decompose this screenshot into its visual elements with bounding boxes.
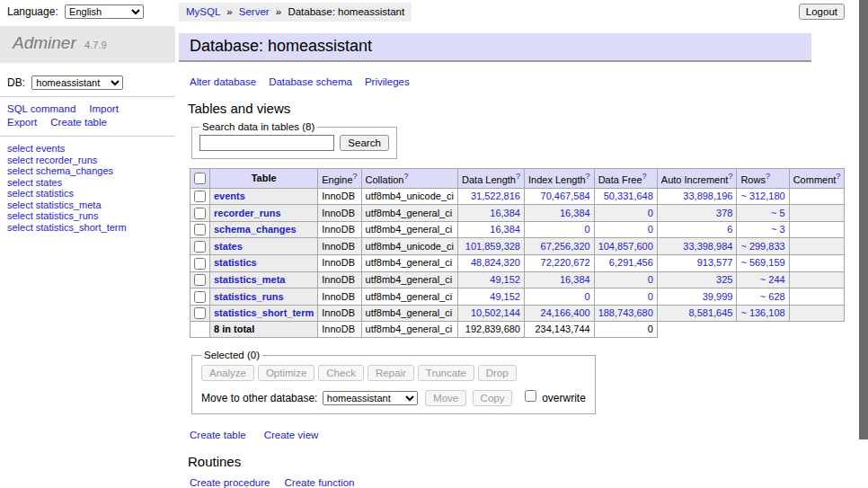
index-length-link[interactable]: 70,467,584 — [541, 191, 590, 201]
repair-button[interactable]: Repair — [368, 365, 414, 381]
data-length-link[interactable]: 16,384 — [490, 208, 520, 218]
index-length-link[interactable]: 24,166,400 — [541, 307, 590, 318]
table-link[interactable]: statistics_short_term — [214, 307, 314, 318]
auto-increment-link[interactable]: 8,581,645 — [688, 307, 732, 318]
data-free-link[interactable]: 0 — [648, 291, 653, 302]
row-checkbox[interactable] — [194, 224, 206, 235]
create-link-create-table[interactable]: Create table — [190, 430, 246, 440]
rows-link[interactable]: ~ 569,159 — [740, 257, 784, 268]
index-length-link[interactable]: 16,384 — [560, 208, 590, 218]
table-link[interactable]: recorder_runs — [214, 208, 281, 218]
row-checkbox[interactable] — [194, 307, 206, 319]
table-link[interactable]: statistics — [214, 257, 257, 268]
row-checkbox[interactable] — [194, 208, 206, 219]
routine-link-create-procedure[interactable]: Create procedure — [190, 477, 270, 488]
nav-link-alter-database[interactable]: Alter database — [190, 76, 256, 87]
nav-link-privileges[interactable]: Privileges — [365, 76, 410, 87]
index-length-link[interactable]: 0 — [585, 224, 590, 235]
column-help-icon[interactable]: ? — [353, 172, 358, 181]
auto-increment-link[interactable]: 325 — [716, 274, 732, 285]
data-length-link[interactable]: 10,502,144 — [471, 307, 520, 318]
index-length-link[interactable]: 72,220,672 — [541, 257, 590, 268]
index-length-link[interactable]: 0 — [585, 291, 590, 302]
table-link[interactable]: events — [214, 191, 245, 201]
auto-increment-link[interactable]: 33,898,196 — [683, 191, 732, 201]
rows-link[interactable]: ~ 312,180 — [740, 191, 784, 201]
data-free-link[interactable]: 0 — [648, 224, 653, 235]
optimize-button[interactable]: Optimize — [258, 365, 314, 381]
index-length-link[interactable]: 67,256,320 — [541, 241, 590, 252]
rows-link[interactable]: ~ 136,108 — [740, 307, 784, 318]
overwrite-checkbox[interactable] — [525, 390, 536, 402]
copy-button[interactable]: Copy — [473, 390, 513, 406]
data-free-link[interactable]: 6,291,456 — [609, 257, 653, 268]
data-length-link[interactable]: 48,824,320 — [471, 257, 520, 268]
select-all-checkbox[interactable] — [194, 173, 206, 184]
table-link[interactable]: statistics_meta — [214, 274, 286, 285]
table-link[interactable]: schema_changes — [214, 224, 297, 235]
check-button[interactable]: Check — [318, 365, 364, 381]
auto-increment-link[interactable]: 913,577 — [697, 257, 733, 268]
logout-button[interactable]: Logout — [799, 4, 845, 20]
vertical-scrollbar[interactable] — [858, 0, 868, 488]
rows-link[interactable]: ~ 5 — [771, 208, 785, 218]
sidebar-item-recorder_runs[interactable]: select recorder_runs — [7, 155, 168, 166]
data-free-link[interactable]: 0 — [648, 274, 653, 285]
rows-link[interactable]: ~ 628 — [760, 291, 785, 302]
table-link[interactable]: states — [214, 241, 243, 252]
data-length-link[interactable]: 31,522,816 — [471, 191, 520, 201]
data-free-link[interactable]: 188,743,680 — [598, 307, 653, 318]
sidebar-item-states[interactable]: select states — [7, 177, 168, 189]
auto-increment-link[interactable]: 33,398,984 — [683, 241, 732, 252]
move-db-select[interactable]: homeassistant — [323, 391, 418, 405]
sidebar-item-statistics_short_term[interactable]: select statistics_short_term — [7, 222, 168, 234]
language-select[interactable]: English — [65, 4, 144, 19]
table-link[interactable]: statistics_runs — [214, 291, 284, 302]
data-free-link[interactable]: 0 — [648, 208, 653, 218]
sidebar-item-schema_changes[interactable]: select schema_changes — [7, 165, 168, 177]
overwrite-option[interactable]: overwrite — [521, 392, 586, 404]
row-checkbox[interactable] — [194, 191, 206, 202]
data-length-link[interactable]: 49,152 — [490, 274, 520, 285]
search-button[interactable]: Search — [340, 135, 388, 151]
auto-increment-link[interactable]: 6 — [727, 224, 732, 235]
rows-link[interactable]: ~ 244 — [760, 274, 785, 285]
column-help-icon[interactable]: ? — [586, 172, 590, 181]
column-help-icon[interactable]: ? — [516, 172, 520, 181]
breadcrumb-link-mysql[interactable]: MySQL — [186, 6, 220, 17]
column-help-icon[interactable]: ? — [836, 172, 840, 181]
column-help-icon[interactable]: ? — [642, 172, 647, 181]
sidebar-action-import[interactable]: Import — [89, 103, 119, 114]
scrollbar-thumb[interactable] — [859, 0, 868, 439]
truncate-button[interactable]: Truncate — [418, 365, 474, 381]
data-free-link[interactable]: 104,857,600 — [598, 241, 653, 252]
routine-link-create-function[interactable]: Create function — [285, 477, 355, 488]
search-input[interactable] — [199, 135, 334, 151]
column-help-icon[interactable]: ? — [728, 172, 732, 181]
index-length-link[interactable]: 16,384 — [560, 274, 590, 285]
data-free-link[interactable]: 50,331,648 — [604, 191, 653, 201]
data-length-link[interactable]: 16,384 — [490, 224, 520, 235]
column-help-icon[interactable]: ? — [403, 172, 408, 181]
db-select[interactable]: homeassistant — [31, 75, 123, 90]
create-link-create-view[interactable]: Create view — [264, 430, 319, 440]
auto-increment-link[interactable]: 378 — [716, 208, 732, 218]
auto-increment-link[interactable]: 39,999 — [703, 291, 733, 302]
analyze-button[interactable]: Analyze — [201, 365, 254, 381]
row-checkbox[interactable] — [194, 274, 206, 286]
sidebar-action-sql-command[interactable]: SQL command — [7, 103, 75, 114]
sidebar-item-statistics[interactable]: select statistics — [7, 188, 168, 200]
sidebar-item-statistics_meta[interactable]: select statistics_meta — [7, 200, 168, 211]
sidebar-item-events[interactable]: select events — [7, 143, 168, 155]
rows-link[interactable]: ~ 3 — [771, 224, 785, 235]
data-length-link[interactable]: 101,859,328 — [465, 241, 520, 252]
row-checkbox[interactable] — [194, 258, 206, 270]
drop-button[interactable]: Drop — [478, 365, 517, 381]
nav-link-database-schema[interactable]: Database schema — [269, 76, 352, 87]
sidebar-action-export[interactable]: Export — [7, 117, 37, 128]
row-checkbox[interactable] — [194, 291, 206, 303]
sidebar-item-statistics_runs[interactable]: select statistics_runs — [7, 210, 168, 222]
rows-link[interactable]: ~ 299,833 — [740, 241, 784, 252]
row-checkbox[interactable] — [194, 241, 206, 253]
column-help-icon[interactable]: ? — [766, 172, 770, 181]
